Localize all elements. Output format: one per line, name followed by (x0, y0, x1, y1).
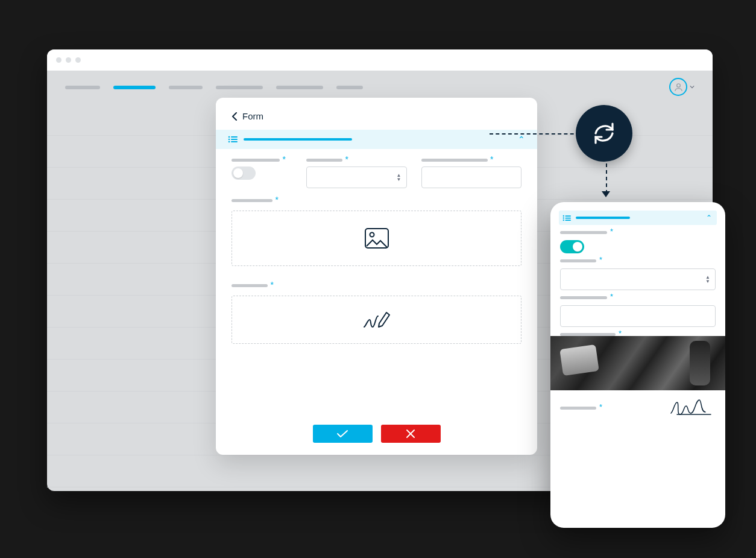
form-body: ▲▼ (216, 149, 537, 344)
modal-header: Form (216, 98, 537, 130)
sync-icon (590, 119, 619, 148)
chevron-up-icon: ⌃ (706, 214, 712, 222)
svg-point-0 (676, 83, 680, 87)
traffic-light-dot (75, 57, 81, 63)
svg-point-9 (563, 215, 564, 216)
modal-actions (216, 425, 537, 443)
svg-point-13 (563, 219, 564, 220)
toggle-field[interactable] (232, 166, 256, 180)
nav-item[interactable] (216, 86, 263, 89)
close-icon (406, 429, 415, 439)
field-label (232, 284, 268, 287)
svg-point-11 (563, 217, 564, 218)
cancel-button[interactable] (381, 425, 441, 443)
nav-item[interactable] (276, 86, 323, 89)
toggle-field[interactable] (560, 240, 584, 253)
browser-chrome (47, 49, 713, 71)
signature-preview (669, 398, 716, 418)
mobile-preview: ⌃ ▲▼ (550, 202, 725, 528)
signature-icon (362, 309, 391, 331)
select-arrows-icon: ▲▼ (397, 173, 402, 182)
image-icon (365, 228, 389, 249)
text-field[interactable] (421, 166, 522, 188)
svg-point-3 (228, 139, 230, 141)
text-field[interactable] (560, 305, 716, 327)
nav-item[interactable] (65, 86, 100, 89)
section-header[interactable]: ⌃ (216, 130, 537, 149)
confirm-button[interactable] (313, 425, 373, 443)
select-field[interactable]: ▲▼ (306, 166, 407, 188)
field-label (421, 159, 488, 162)
arrow-down-icon (602, 191, 610, 197)
svg-rect-6 (231, 141, 238, 142)
svg-rect-14 (565, 220, 571, 221)
field-label (232, 159, 280, 162)
field-label (306, 159, 342, 162)
svg-rect-4 (231, 139, 238, 140)
signature-zone[interactable] (232, 296, 521, 344)
field-label (560, 231, 607, 234)
section-header[interactable]: ⌃ (559, 211, 717, 225)
select-field[interactable]: ▲▼ (560, 268, 716, 290)
svg-rect-12 (565, 217, 571, 218)
nav-item-active[interactable] (113, 86, 156, 89)
list-icon (562, 215, 571, 221)
sync-connector-line (606, 163, 607, 194)
svg-rect-2 (231, 136, 238, 138)
select-arrows-icon: ▲▼ (705, 275, 710, 284)
uploaded-image-preview (550, 336, 725, 390)
section-title-placeholder (244, 138, 352, 141)
field-label (560, 296, 607, 299)
traffic-light-dot (66, 57, 71, 63)
svg-point-5 (228, 141, 230, 143)
svg-point-1 (228, 136, 230, 138)
sync-connector-line (490, 133, 580, 135)
form-modal: Form ⌃ ▲▼ (216, 98, 537, 455)
nav-item[interactable] (169, 86, 203, 89)
chevron-up-icon: ⌃ (518, 135, 525, 144)
field-label (560, 407, 596, 410)
nav-item[interactable] (336, 86, 363, 89)
avatar-icon (669, 78, 687, 96)
svg-rect-10 (565, 215, 571, 217)
section-title-placeholder (576, 217, 630, 219)
image-upload-zone[interactable] (232, 211, 521, 266)
check-icon (336, 430, 348, 438)
back-chevron-icon[interactable] (232, 112, 238, 121)
sync-badge (576, 105, 632, 162)
traffic-light-dot (56, 57, 61, 63)
field-label (560, 259, 596, 262)
svg-point-8 (370, 233, 374, 237)
user-menu[interactable] (669, 78, 695, 96)
chevron-down-icon (690, 84, 695, 89)
list-icon (228, 136, 238, 143)
field-label (232, 199, 272, 202)
modal-title-text: Form (242, 111, 263, 121)
